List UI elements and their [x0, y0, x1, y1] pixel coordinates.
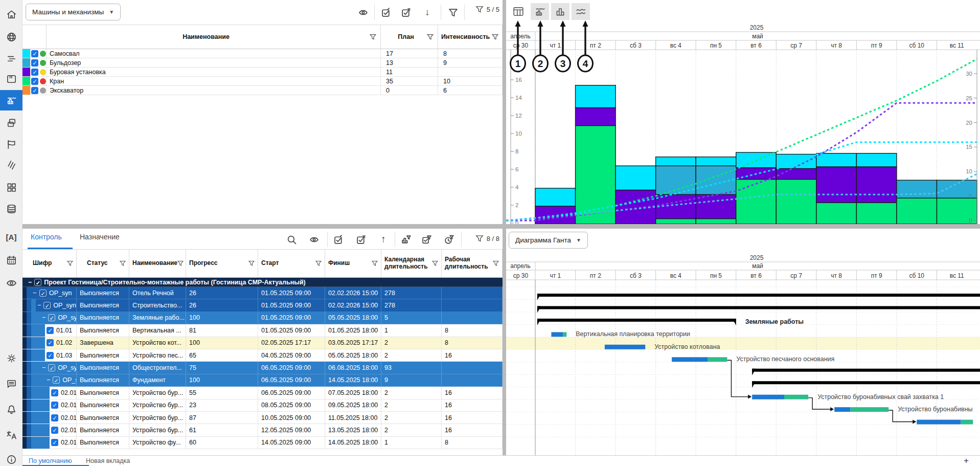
view-button-table-view[interactable] [509, 3, 528, 20]
sidebar-item-theme[interactable] [0, 348, 22, 368]
column-header-cal[interactable]: Календарная длительность [381, 250, 442, 277]
row-checkbox[interactable]: ✓ [31, 78, 38, 85]
row-checkbox[interactable]: ✓ [51, 427, 58, 434]
sidebar-item-calendar[interactable] [0, 250, 22, 270]
row-checkbox[interactable]: ✓ [47, 352, 54, 359]
task-row[interactable]: −✓ОР_syn.1ВыполняетсяСтроительство...260… [22, 299, 503, 312]
filter-icon[interactable] [370, 34, 376, 40]
check-all-icon[interactable] [379, 5, 393, 19]
add-tab-button[interactable]: + [964, 456, 969, 466]
view-button-histogram-view[interactable] [551, 3, 569, 20]
sidebar-item-grid[interactable] [0, 177, 22, 197]
column-header-name[interactable]: Наименование [47, 25, 381, 49]
uncheck-all-icon[interactable] [354, 232, 368, 247]
row-checkbox[interactable]: ✓ [34, 279, 41, 286]
filter-icon[interactable] [177, 260, 184, 267]
sidebar-item-layers[interactable] [0, 113, 22, 133]
sidebar-item-home[interactable] [0, 4, 22, 25]
task-row[interactable]: −✓ОР_syn.ВыполняетсяЗемляные рабо...1000… [22, 312, 503, 324]
expander-icon[interactable]: − [33, 290, 37, 297]
sort-down-icon[interactable]: ↓ [420, 5, 435, 19]
sidebar-item-translate[interactable] [0, 425, 22, 445]
resource-row[interactable]: ✓Буровая установка11 [22, 68, 503, 77]
sidebar-item-info[interactable] [0, 449, 22, 466]
row-checkbox[interactable]: ✓ [43, 302, 51, 309]
search-icon[interactable] [284, 232, 299, 247]
row-checkbox[interactable]: ✓ [53, 376, 60, 384]
sidebar-item-board[interactable] [0, 69, 22, 89]
filter-icon[interactable] [446, 5, 460, 19]
expander-icon[interactable]: − [47, 376, 50, 384]
task-row[interactable]: ✓02.01.0ВыполняетсяУстройство бур...2308… [22, 400, 503, 412]
row-checkbox[interactable]: ✓ [51, 414, 58, 421]
view-button-histogram-line-view[interactable] [531, 3, 549, 20]
eye-icon[interactable] [356, 5, 370, 19]
task-row[interactable]: −✓ОР_synВыполняетсяОтель Речной2601.05.2… [22, 287, 503, 299]
chart-filter-icon[interactable] [399, 232, 413, 247]
sidebar-item-bell[interactable] [0, 399, 22, 419]
sidebar-item-database[interactable] [0, 198, 22, 219]
row-checkbox[interactable]: ✓ [51, 402, 58, 409]
tab-control[interactable]: Контроль [31, 233, 62, 241]
column-header-status[interactable]: Статус [77, 250, 129, 277]
row-checkbox[interactable]: ✓ [31, 69, 38, 76]
sidebar-item-eye[interactable] [0, 273, 22, 293]
task-row[interactable]: −✓ОР_syn.ВыполняетсяОбщестроител...7506.… [22, 362, 503, 374]
filter-icon[interactable] [372, 260, 378, 267]
check-all-icon[interactable] [331, 232, 346, 247]
filter-icon[interactable] [492, 34, 498, 40]
clock-filter-icon[interactable] [442, 232, 456, 247]
resource-row[interactable]: ✓Самосвал178 [22, 49, 503, 58]
resource-row[interactable]: ✓Бульдозер139 [22, 58, 503, 68]
resource-row[interactable]: ✓Кран3510 [22, 77, 503, 86]
sidebar-item-text-a[interactable]: [A] [0, 227, 22, 247]
filter-icon[interactable] [432, 260, 438, 267]
horizontal-splitter[interactable] [22, 224, 980, 229]
sidebar-item-globe[interactable] [0, 27, 22, 47]
row-checkbox[interactable]: ✓ [31, 50, 38, 57]
column-header-progress[interactable]: Прогресс [186, 250, 258, 277]
sidebar-item-list[interactable] [0, 48, 22, 69]
task-row[interactable]: ✓01.01ВыполняетсяВертикальная ...8101.05… [22, 324, 503, 337]
sort-up-icon[interactable]: ↑ [376, 232, 391, 247]
expander-icon[interactable]: − [37, 302, 41, 309]
filter-icon[interactable] [493, 260, 499, 267]
row-checkbox[interactable]: ✓ [47, 327, 54, 334]
expander-icon[interactable]: − [42, 364, 45, 371]
filter-icon[interactable] [248, 260, 255, 267]
row-checkbox[interactable]: ✓ [51, 389, 58, 396]
expander-icon[interactable]: − [42, 314, 45, 321]
column-header-name[interactable]: Наименование [129, 250, 186, 277]
task-row[interactable]: ✓02.01.0ВыполняетсяУстройство бур...6112… [22, 424, 503, 436]
view-button-lines-view[interactable] [572, 3, 590, 20]
resource-row[interactable]: ✓Экскаватор06 [22, 86, 503, 95]
row-checkbox[interactable]: ✓ [47, 339, 54, 346]
filter-icon[interactable] [67, 260, 73, 267]
column-header-work[interactable]: Рабочая длительность [442, 250, 503, 277]
filter-icon[interactable] [120, 260, 126, 267]
sidebar-item-flag[interactable] [0, 134, 22, 154]
resource-type-dropdown[interactable]: Машины и механизмы ▼ [26, 4, 121, 20]
row-checkbox[interactable]: ✓ [31, 59, 38, 66]
task-row[interactable]: ✓02.01.0ВыполняетсяУстройство бур...5506… [22, 387, 503, 399]
column-header-start[interactable]: Старт [258, 250, 325, 277]
task-row[interactable]: ✓02.01.0ВыполняетсяУстройство бур...8710… [22, 412, 503, 424]
column-header-code[interactable]: Шифр [22, 250, 77, 277]
task-row[interactable]: ✓01.02ЗавершенаУстройство кот...10002.05… [22, 337, 503, 349]
task-row[interactable]: ✓01.03ВыполняетсяУстройство пес...6504.0… [22, 349, 503, 362]
task-row[interactable]: ✓02.01.0ВыполняетсяУстройство фу...6014.… [22, 437, 503, 449]
row-checkbox[interactable]: ✓ [51, 439, 58, 446]
column-header-intensity[interactable]: Интенсивность [438, 25, 503, 49]
task-row[interactable]: −✓Проект Гостиница/Строительно-монтажные… [22, 278, 503, 287]
column-header-plan[interactable]: План [381, 25, 438, 49]
filter-icon[interactable] [315, 260, 322, 267]
check-filter-icon[interactable] [419, 232, 434, 247]
sidebar-item-chart[interactable] [0, 90, 22, 110]
tab-assignment[interactable]: Назначение [80, 233, 120, 241]
sidebar-item-hatch[interactable] [0, 155, 22, 175]
expander-icon[interactable]: − [28, 279, 32, 286]
column-header-finish[interactable]: Финиш [325, 250, 381, 277]
gantt-view-dropdown[interactable]: Диаграмма Ганта ▼ [509, 232, 588, 249]
row-checkbox[interactable]: ✓ [48, 314, 55, 321]
workspace-tab-default[interactable]: По умолчанию [29, 457, 72, 464]
